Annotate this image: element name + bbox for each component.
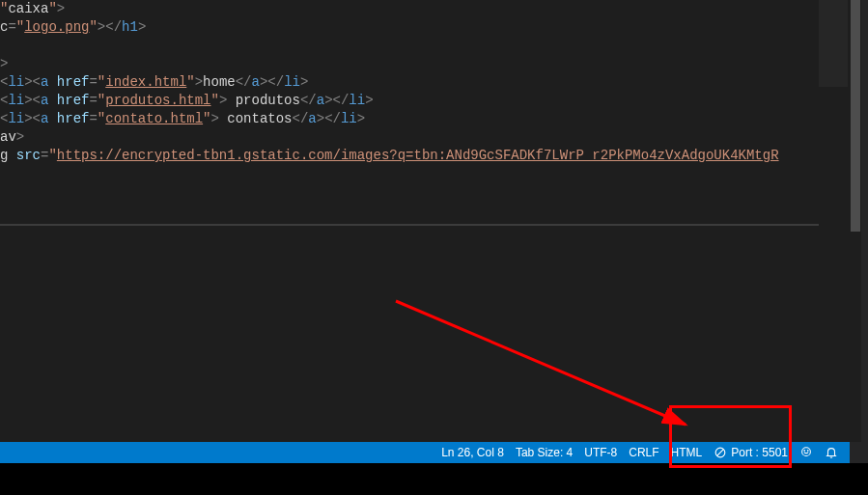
prohibit-icon xyxy=(714,446,727,459)
code-line: av> xyxy=(0,128,819,147)
status-bar: Ln 26, Col 8 Tab Size: 4 UTF-8 CRLF HTML… xyxy=(0,442,850,463)
minimap[interactable] xyxy=(819,0,848,442)
bottom-panel xyxy=(0,226,819,442)
feedback-icon xyxy=(799,446,813,459)
status-feedback[interactable] xyxy=(794,442,819,463)
code-line: c="logo.png"></h1> xyxy=(0,18,819,37)
code-line: <li><a href="index.html">home</a></li> xyxy=(0,73,819,92)
right-edge-strip xyxy=(861,0,868,442)
code-area[interactable]: "caixa"> c="logo.png"></h1> > <li><a hre… xyxy=(0,0,819,224)
bell-icon xyxy=(825,446,838,459)
scrollbar-thumb[interactable] xyxy=(851,0,860,232)
status-indentation[interactable]: Tab Size: 4 xyxy=(510,442,578,463)
below-statusbar-area xyxy=(0,463,868,495)
minimap-viewport[interactable] xyxy=(819,0,848,87)
status-cursor-position[interactable]: Ln 26, Col 8 xyxy=(435,442,510,463)
vscode-window: "caixa"> c="logo.png"></h1> > <li><a hre… xyxy=(0,0,868,495)
svg-point-2 xyxy=(802,448,811,456)
status-language-mode[interactable]: HTML xyxy=(665,442,709,463)
svg-line-1 xyxy=(717,450,724,456)
status-live-server-port[interactable]: Port : 5501 xyxy=(708,442,794,463)
code-line: > xyxy=(0,55,819,73)
code-line: g src="https://encrypted-tbn1.gstatic.co… xyxy=(0,147,819,165)
status-eol[interactable]: CRLF xyxy=(623,442,664,463)
status-encoding[interactable]: UTF-8 xyxy=(578,442,623,463)
code-line xyxy=(0,37,819,55)
code-line: <li><a href="contato.html"> contatos</a>… xyxy=(0,110,819,128)
vertical-scrollbar[interactable] xyxy=(848,0,861,442)
code-line: "caixa"> xyxy=(0,0,819,18)
statusbar-right-gap xyxy=(850,442,868,463)
status-notifications[interactable] xyxy=(819,442,844,463)
svg-point-3 xyxy=(804,450,805,451)
svg-point-4 xyxy=(807,450,808,451)
editor-pane: "caixa"> c="logo.png"></h1> > <li><a hre… xyxy=(0,0,819,442)
code-line: <li><a href="produtos.html"> produtos</a… xyxy=(0,92,819,110)
